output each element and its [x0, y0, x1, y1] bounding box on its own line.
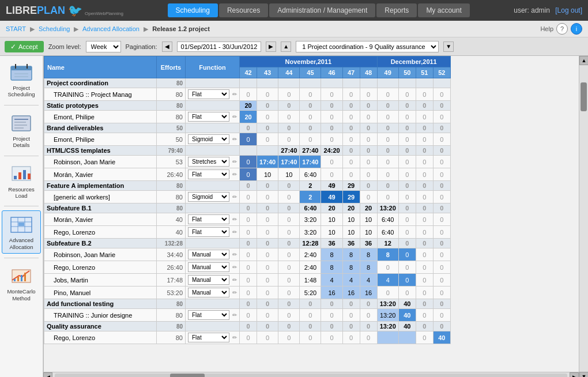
function-select[interactable]: Sigmoid	[188, 192, 229, 202]
cell-w52[interactable]: 0	[433, 248, 450, 261]
cell-w50[interactable]: 0	[398, 133, 416, 146]
cell-w48[interactable]: 8	[360, 248, 377, 261]
cell-w47[interactable]: 10	[342, 226, 360, 239]
cell-w48[interactable]: 0	[360, 322, 377, 331]
cell-w49[interactable]: 0	[377, 286, 398, 299]
cell-w45[interactable]	[300, 78, 321, 88]
cell-w45[interactable]: 0	[300, 322, 321, 331]
cell-w46[interactable]: 0	[321, 123, 342, 133]
cell-w45[interactable]: 6:40	[300, 168, 321, 181]
cell-w47[interactable]: 0	[342, 168, 360, 181]
cell-w42[interactable]: 0	[240, 133, 257, 146]
cell-w48[interactable]: 8	[360, 261, 377, 274]
cell-w44[interactable]: 0	[278, 248, 300, 261]
scroll-up-button[interactable]: ▲	[579, 56, 588, 65]
cell-w48[interactable]: 0	[360, 299, 377, 309]
cell-w42[interactable]: 0	[240, 168, 257, 181]
cell-w43[interactable]: 10	[257, 168, 278, 181]
cell-w48[interactable]: 0	[360, 331, 377, 344]
cell-w42[interactable]: 0	[240, 191, 257, 203]
cell-w50[interactable]: 0	[398, 226, 416, 239]
cell-w43[interactable]: 0	[257, 101, 278, 111]
cell-w49[interactable]: 0	[377, 168, 398, 181]
vscroll-thumb[interactable]	[581, 82, 587, 111]
function-select[interactable]: Manual	[188, 262, 229, 272]
cell-w45[interactable]: 3:20	[300, 226, 321, 239]
cell-w44[interactable]: 0	[278, 239, 300, 248]
cell-w46[interactable]: 36	[321, 239, 342, 248]
cell-w44[interactable]: 10	[278, 168, 300, 181]
cell-w49[interactable]: 4	[377, 274, 398, 286]
cell-w52[interactable]: 0	[433, 101, 450, 111]
cell-w52[interactable]: 0	[433, 133, 450, 146]
edit-icon[interactable]: ✏	[232, 194, 237, 200]
cell-w44[interactable]: 0	[278, 261, 300, 274]
cell-w43[interactable]: 0	[257, 123, 278, 133]
cell-w44[interactable]	[278, 78, 300, 88]
cell-w50[interactable]: 0	[398, 156, 416, 168]
cell-w50[interactable]: 0	[398, 286, 416, 299]
accept-button[interactable]: ✓ Accept	[5, 41, 44, 52]
cell-w47[interactable]: 0	[342, 331, 360, 344]
cell-w42[interactable]: 0	[240, 261, 257, 274]
cell-w44[interactable]: 0	[278, 101, 300, 111]
cell-w48[interactable]: 0	[360, 88, 377, 101]
cell-w50[interactable]: 40	[398, 309, 416, 322]
cell-w47[interactable]: 0	[342, 146, 360, 156]
cell-w43[interactable]: 0	[257, 309, 278, 322]
down-button[interactable]: ▼	[443, 42, 454, 52]
cell-w42[interactable]: 20	[240, 101, 257, 111]
cell-w45[interactable]: 27:40	[300, 146, 321, 156]
next-page-button[interactable]: ▶	[266, 42, 276, 52]
cell-w43[interactable]: 17:40	[257, 156, 278, 168]
cell-w46[interactable]: 49	[321, 191, 342, 203]
cell-w44[interactable]: 0	[278, 322, 300, 331]
cell-w52[interactable]: 0	[433, 88, 450, 101]
cell-w43[interactable]: 0	[257, 261, 278, 274]
scrollbar-thumb[interactable]	[170, 374, 205, 378]
cell-w44[interactable]: 17:40	[278, 156, 300, 168]
cell-w48[interactable]: 16	[360, 286, 377, 299]
cell-w51[interactable]: 0	[416, 123, 433, 133]
function-select[interactable]: Flat	[188, 227, 229, 237]
cell-w50[interactable]: 0	[398, 248, 416, 261]
prev-page-button[interactable]: ◀	[162, 42, 172, 52]
cell-w42[interactable]: 0	[240, 239, 257, 248]
function-select[interactable]: Flat	[188, 214, 229, 224]
cell-w44[interactable]: 0	[278, 226, 300, 239]
cell-w51[interactable]: 0	[416, 88, 433, 101]
cell-w44[interactable]: 0	[278, 213, 300, 226]
cell-w42[interactable]	[240, 146, 257, 156]
cell-w44[interactable]: 0	[278, 123, 300, 133]
cell-w49[interactable]	[377, 78, 398, 88]
cell-w52[interactable]: 0	[433, 239, 450, 248]
cell-w50[interactable]: 0	[398, 203, 416, 213]
cell-w42[interactable]: 0	[240, 331, 257, 344]
cell-w42[interactable]: 0	[240, 322, 257, 331]
cell-w44[interactable]: 0	[278, 181, 300, 191]
cell-w43[interactable]: 0	[257, 111, 278, 123]
nav-admin[interactable]: Administration / Management	[269, 3, 375, 17]
cell-w52[interactable]: 0	[433, 156, 450, 168]
cell-w52[interactable]: 0	[433, 181, 450, 191]
cell-w46[interactable]: 0	[321, 111, 342, 123]
cell-w51[interactable]: 0	[416, 286, 433, 299]
cell-w45[interactable]: 0	[300, 123, 321, 133]
cell-w46[interactable]: 4	[321, 274, 342, 286]
cell-w44[interactable]: 27:40	[278, 146, 300, 156]
cell-w42[interactable]: 0	[240, 123, 257, 133]
cell-w43[interactable]: 0	[257, 286, 278, 299]
cell-w52[interactable]: 0	[433, 299, 450, 309]
cell-w48[interactable]: 10	[360, 213, 377, 226]
cell-w44[interactable]: 0	[278, 274, 300, 286]
cell-w51[interactable]: 0	[416, 191, 433, 203]
cell-w52[interactable]: 40	[433, 331, 450, 344]
cell-w42[interactable]: 0	[240, 203, 257, 213]
cell-w47[interactable]: 36	[342, 239, 360, 248]
cell-w42[interactable]: 0	[240, 274, 257, 286]
cell-w43[interactable]: 0	[257, 226, 278, 239]
scrollbar-track[interactable]	[55, 374, 567, 378]
horizontal-scrollbar[interactable]: ◀ ▶	[43, 372, 579, 377]
edit-icon[interactable]: ✏	[232, 229, 237, 235]
cell-w49[interactable]: 0	[377, 88, 398, 101]
